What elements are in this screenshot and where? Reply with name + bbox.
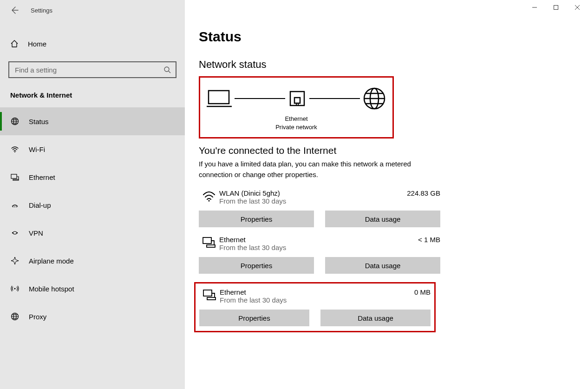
properties-button[interactable]: Properties xyxy=(199,257,314,274)
svg-rect-6 xyxy=(13,179,19,180)
search-input[interactable] xyxy=(14,66,163,74)
svg-point-4 xyxy=(14,152,15,152)
svg-rect-17 xyxy=(294,98,300,103)
search-input-container[interactable] xyxy=(8,61,176,78)
data-usage-button[interactable]: Data usage xyxy=(325,211,440,227)
maximize-button[interactable] xyxy=(545,0,567,15)
sidebar-item-ethernet[interactable]: Ethernet xyxy=(0,163,185,191)
airplane-icon xyxy=(10,257,20,265)
network-sub: From the last 30 days xyxy=(220,296,384,304)
sidebar: Settings Home Network & Internet Status … xyxy=(0,0,185,389)
svg-rect-5 xyxy=(11,174,17,178)
sidebar-item-proxy[interactable]: Proxy xyxy=(0,303,185,330)
svg-rect-23 xyxy=(203,290,212,296)
svg-rect-0 xyxy=(554,6,558,10)
ethernet-icon xyxy=(199,236,219,249)
svg-rect-15 xyxy=(209,91,229,104)
hotspot-icon xyxy=(10,284,20,293)
diagram-adapter-name: Ethernet xyxy=(207,115,386,123)
network-data: 0 MB xyxy=(384,288,431,296)
globe-icon xyxy=(363,87,386,110)
sidebar-item-label: Airplane mode xyxy=(29,257,74,265)
wifi-icon xyxy=(199,189,219,202)
diagram-line xyxy=(309,98,360,99)
network-sub: From the last 30 days xyxy=(219,197,394,205)
network-entry-highlighted: Ethernet From the last 30 days 0 MB Prop… xyxy=(194,282,436,332)
network-data: < 1 MB xyxy=(394,236,440,244)
connected-subtitle: If you have a limited data plan, you can… xyxy=(199,159,417,180)
sidebar-item-label: Ethernet xyxy=(29,173,55,181)
network-diagram-card: Ethernet Private network xyxy=(199,76,394,138)
network-name: Ethernet xyxy=(220,288,384,296)
globe-icon xyxy=(10,312,20,321)
network-name: Ethernet xyxy=(219,236,394,244)
page-title: Status xyxy=(199,29,574,45)
svg-rect-21 xyxy=(203,237,211,244)
sidebar-item-status[interactable]: Status xyxy=(0,107,185,135)
network-data: 224.83 GB xyxy=(394,189,440,197)
ethernet-icon xyxy=(199,288,220,301)
connected-title: You're connected to the Internet xyxy=(199,145,574,156)
svg-rect-22 xyxy=(207,245,215,247)
network-entry: Ethernet From the last 30 days < 1 MB Pr… xyxy=(199,236,440,274)
sidebar-item-dialup[interactable]: Dial-up xyxy=(0,191,185,219)
close-button[interactable] xyxy=(567,0,588,15)
svg-point-1 xyxy=(164,67,169,72)
network-name: WLAN (Dinici 5ghz) xyxy=(219,189,394,197)
diagram-line xyxy=(235,98,285,99)
back-icon[interactable] xyxy=(10,6,19,14)
sidebar-item-label: Proxy xyxy=(29,313,46,321)
sidebar-item-label: Dial-up xyxy=(29,201,51,209)
sidebar-item-label: VPN xyxy=(29,229,43,237)
ethernet-adapter-icon xyxy=(288,89,307,108)
diagram-profile: Private network xyxy=(207,123,386,132)
svg-point-20 xyxy=(208,200,209,202)
sidebar-item-label: Mobile hotspot xyxy=(29,285,74,293)
search-icon xyxy=(163,66,171,73)
main-content: Status Network status Ethernet Private n… xyxy=(185,0,588,389)
sidebar-item-hotspot[interactable]: Mobile hotspot xyxy=(0,275,185,303)
sidebar-item-airplane[interactable]: Airplane mode xyxy=(0,247,185,275)
data-usage-button[interactable]: Data usage xyxy=(325,257,440,274)
wifi-icon xyxy=(10,145,20,153)
svg-point-8 xyxy=(14,206,15,207)
network-entry: WLAN (Dinici 5ghz) From the last 30 days… xyxy=(199,189,440,227)
home-label: Home xyxy=(28,40,46,48)
window-title: Settings xyxy=(31,7,52,14)
svg-point-7 xyxy=(13,206,13,207)
category-title: Network & Internet xyxy=(10,91,185,99)
sidebar-item-vpn[interactable]: VPN xyxy=(0,219,185,247)
sidebar-item-label: Status xyxy=(29,118,49,125)
dialup-icon xyxy=(10,201,20,209)
sidebar-item-label: Wi-Fi xyxy=(29,145,45,153)
globe-icon xyxy=(10,117,20,125)
home-icon xyxy=(10,40,19,48)
vpn-icon xyxy=(10,229,20,237)
properties-button[interactable]: Properties xyxy=(199,310,309,326)
network-sub: From the last 30 days xyxy=(219,244,394,251)
svg-rect-24 xyxy=(207,297,216,300)
ethernet-icon xyxy=(10,173,20,181)
sidebar-item-wifi[interactable]: Wi-Fi xyxy=(0,135,185,163)
svg-point-9 xyxy=(16,206,17,207)
minimize-button[interactable] xyxy=(524,0,545,15)
properties-button[interactable]: Properties xyxy=(199,211,314,227)
data-usage-button[interactable]: Data usage xyxy=(320,310,431,326)
svg-point-12 xyxy=(14,288,16,290)
sidebar-item-home[interactable]: Home xyxy=(0,33,185,54)
section-title: Network status xyxy=(199,59,574,71)
pc-icon xyxy=(207,89,232,108)
